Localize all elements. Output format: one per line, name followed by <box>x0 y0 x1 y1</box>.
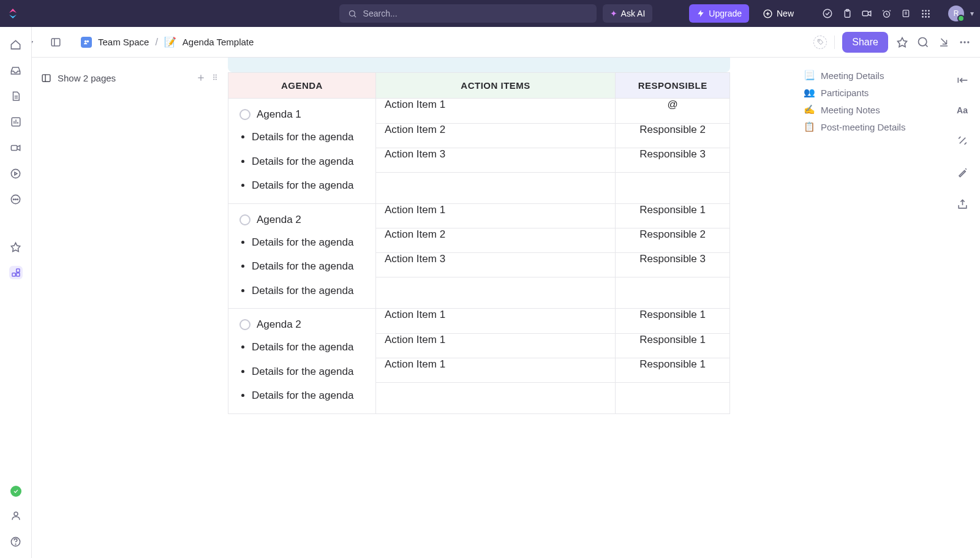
invite-icon[interactable] <box>9 509 23 522</box>
export-icon[interactable] <box>956 197 969 211</box>
video-icon[interactable] <box>860 7 873 20</box>
action-item-cell[interactable]: Action Item 3 <box>376 148 615 172</box>
action-item-cell[interactable]: Action Item 1 <box>376 204 615 228</box>
sidebar-toggle-icon[interactable] <box>49 36 62 49</box>
svg-point-0 <box>349 10 355 16</box>
new-button[interactable]: New <box>755 4 801 23</box>
user-avatar[interactable]: R <box>948 6 964 21</box>
svg-rect-8 <box>862 11 868 16</box>
responsible-cell[interactable]: Responsible 1 <box>616 204 729 228</box>
page-emoji-icon: 📝 <box>164 36 176 48</box>
responsible-cell[interactable]: Responsible 1 <box>616 358 729 382</box>
show-pages-label[interactable]: Show 2 pages <box>58 73 116 83</box>
action-item-cell[interactable]: Action Item 3 <box>376 253 615 277</box>
alarm-icon[interactable] <box>880 7 893 20</box>
spaces-icon[interactable]: <"rect x="4" y="4" width="7" height="7" … <box>9 266 23 279</box>
help-icon[interactable] <box>9 535 23 548</box>
svg-point-27 <box>919 37 927 45</box>
agenda-detail[interactable]: Details for the agen­da <box>252 154 368 170</box>
breadcrumb-page[interactable]: Agenda Template <box>183 37 254 47</box>
chevron-down-icon[interactable]: ▾ <box>970 9 974 18</box>
more-nav-icon[interactable] <box>9 192 23 206</box>
svg-point-48 <box>15 544 16 545</box>
home-icon[interactable] <box>9 38 23 51</box>
comment-icon[interactable] <box>916 36 930 49</box>
outline-item[interactable]: ✍️Meeting Notes <box>804 104 905 115</box>
outline-item[interactable]: 📃Meeting Details <box>804 70 905 81</box>
svg-point-40 <box>13 198 15 200</box>
svg-rect-45 <box>16 273 19 276</box>
search-placeholder: Search... <box>363 9 398 18</box>
tag-icon[interactable] <box>813 36 827 49</box>
agenda-detail[interactable]: Details for the agen­da <box>252 364 368 380</box>
action-item-cell[interactable]: Action Item 2 <box>376 228 615 253</box>
banner <box>228 58 730 72</box>
search-icon <box>348 9 357 18</box>
star-icon[interactable] <box>895 36 909 49</box>
agenda-title[interactable]: Agenda 1 <box>257 108 301 121</box>
responsible-cell[interactable]: @ <box>616 99 729 123</box>
responsible-cell[interactable]: Responsible 1 <box>616 309 729 333</box>
radio-icon[interactable] <box>239 319 251 330</box>
notepad-icon[interactable] <box>899 7 913 20</box>
svg-point-26 <box>819 40 820 41</box>
favorites-icon[interactable] <box>9 240 23 254</box>
app-logo[interactable] <box>6 7 20 20</box>
more-icon[interactable] <box>958 36 971 49</box>
responsible-cell[interactable]: Responsible 2 <box>616 228 729 253</box>
search-input[interactable]: Search... <box>339 4 597 23</box>
ask-ai-button[interactable]: ✦ Ask AI <box>603 4 653 23</box>
dashboards-icon[interactable] <box>9 115 23 129</box>
svg-point-24 <box>84 40 86 43</box>
agenda-detail[interactable]: Details for the agen­da <box>252 178 368 194</box>
main-content: Show 2 pages AGENDA ACTION ITEMS RESPONS… <box>32 58 980 558</box>
agenda-detail[interactable]: Details for the agen­da <box>252 129 368 145</box>
svg-point-30 <box>967 41 969 43</box>
action-item-cell[interactable]: Action Item 1 <box>376 99 615 123</box>
columns-icon[interactable] <box>40 72 51 83</box>
share-label: Share <box>852 37 878 48</box>
radio-icon[interactable] <box>239 214 251 225</box>
agenda-detail[interactable]: Details for the agen­da <box>252 339 368 355</box>
svg-rect-49 <box>42 74 50 81</box>
agenda-title[interactable]: Agenda 2 <box>257 214 301 226</box>
agenda-detail[interactable]: Details for the agen­da <box>252 388 368 404</box>
action-item-cell[interactable]: Action Item 1 <box>376 333 615 358</box>
agenda-detail[interactable]: Details for the agen­da <box>252 235 368 251</box>
collapse-outline-icon[interactable] <box>956 74 969 87</box>
agenda-detail[interactable]: Details for the agen­da <box>252 258 368 274</box>
add-page-icon[interactable] <box>196 73 206 83</box>
outline-item[interactable]: 👥️Participants <box>804 87 905 98</box>
agenda-detail[interactable]: Details for the agen­da <box>252 283 368 299</box>
responsible-cell[interactable]: Responsible 3 <box>616 148 729 172</box>
upgrade-button[interactable]: Upgrade <box>689 4 749 23</box>
responsible-cell[interactable]: Responsible 2 <box>616 123 729 148</box>
font-size-button[interactable]: Aa <box>957 105 968 115</box>
inbox-icon[interactable] <box>9 64 23 77</box>
new-label: New <box>777 9 794 18</box>
download-arrow-icon[interactable] <box>937 36 951 49</box>
check-circle-icon[interactable] <box>821 7 834 20</box>
share-button[interactable]: Share <box>842 32 888 53</box>
radio-icon[interactable] <box>239 109 251 120</box>
clips-icon[interactable] <box>9 141 23 154</box>
outline-label: Post-meeting Details <box>821 122 905 132</box>
timesheets-icon[interactable] <box>9 167 23 180</box>
apps-grid-icon[interactable] <box>919 7 932 20</box>
responsible-cell[interactable]: Responsible 1 <box>616 333 729 358</box>
magic-wand-icon[interactable] <box>956 165 969 179</box>
status-online-icon[interactable] <box>10 486 21 497</box>
breadcrumb-space[interactable]: Team Space <box>98 37 149 47</box>
agenda-title[interactable]: Agenda 2 <box>257 319 301 331</box>
responsible-cell[interactable]: Responsible 3 <box>616 253 729 277</box>
clipboard-icon[interactable] <box>840 7 854 20</box>
ai-assist-icon[interactable] <box>956 134 969 147</box>
header-agenda: AGENDA <box>228 73 376 99</box>
action-item-cell[interactable]: Action Item 1 <box>376 309 615 333</box>
action-item-cell[interactable]: Action Item 1 <box>376 358 615 382</box>
space-icon[interactable] <box>81 37 92 48</box>
action-item-cell[interactable]: Action Item 2 <box>376 123 615 148</box>
docs-icon[interactable] <box>9 89 23 103</box>
drag-handle-icon[interactable] <box>211 73 219 83</box>
outline-item[interactable]: 📋Post-meeting Details <box>804 121 905 132</box>
